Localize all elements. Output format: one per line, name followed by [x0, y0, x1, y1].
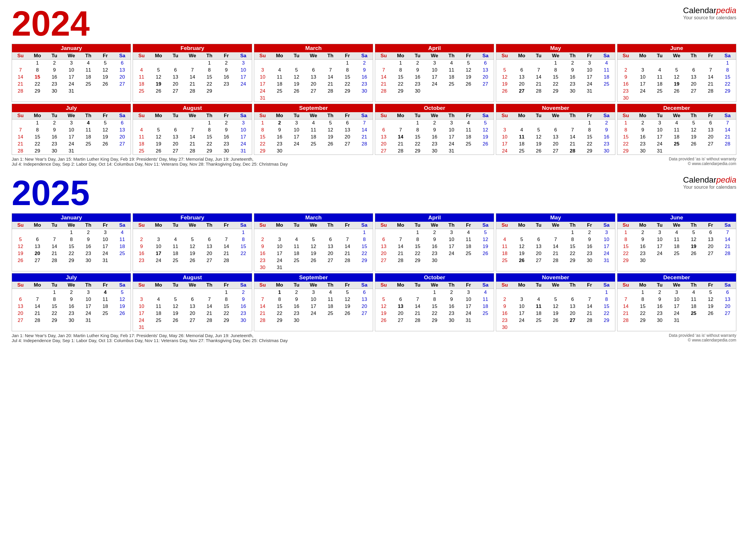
jul-2025: July SuMoTuWeThFrSa 12345 6789101112 131…: [12, 273, 131, 331]
may-2025: May SuMoTuWeThFrSa 123 45678910 11121314…: [496, 213, 615, 272]
2024-footnotes: Jan 1: New Year's Day, Jan 15: Martin Lu…: [12, 157, 736, 166]
2025-footnotes: Jan 1: New Year's Day, Jan 20: Martin Lu…: [12, 333, 736, 343]
oct-2024: October SuMoTuWeThFrSa 12345 6789101112 …: [375, 104, 494, 155]
jul-2024: July SuMoTuWeThFrSa 123456 78910111213 1…: [12, 104, 131, 155]
nov-2025: November SuMoTuWeThFrSa 1 2345678 910111…: [496, 273, 615, 331]
aug-2025: August SuMoTuWeThFrSa 12 3456789 1011121…: [133, 273, 252, 331]
2024-bottom-months: July SuMoTuWeThFrSa 123456 78910111213 1…: [12, 104, 736, 155]
apr-2024: April SuMoTuWeThFrSa 123456 78910111213 …: [375, 44, 494, 102]
oct-2025: October SuMoTuWeThFrSa 1234 567891011 12…: [375, 273, 494, 331]
jan-2024: January SuMoTuWeThFrSa 123456 7891011121…: [12, 44, 131, 102]
jun-2025: June SuMoTuWeThFrSa 1234567 891011121314…: [617, 213, 736, 272]
2024-top-months: January SuMoTuWeThFrSa 123456 7891011121…: [12, 44, 736, 102]
brand-2024: Calendarpedia Your source for calendars: [683, 6, 736, 20]
year-2025-title: 2025: [12, 175, 736, 210]
jun-2024: June SuMoTuWeThFrSa 1 2345678 9101112131…: [617, 44, 736, 102]
aug-2024: August SuMoTuWeThFrSa 123 45678910 11121…: [133, 104, 252, 155]
feb-2025: February SuMoTuWeThFrSa 1 2345678 910111…: [133, 213, 252, 272]
mar-2025: March SuMoTuWeThFrSa 1 2345678 910111213…: [254, 213, 373, 272]
apr-2025: April SuMoTuWeThFrSa 12345 6789101112 13…: [375, 213, 494, 272]
sep-2025: September SuMoTuWeThFrSa 123456 78910111…: [254, 273, 373, 331]
jan-2025: January SuMoTuWeThFrSa 1234 567891011 12…: [12, 213, 131, 272]
brand-2025: Calendarpedia Your source for calendars: [683, 175, 736, 190]
mar-2024: March SuMoTuWeThFrSa 12 3456789 10111213…: [254, 44, 373, 102]
nov-2024: November SuMoTuWeThFrSa 12 3456789 10111…: [496, 104, 615, 155]
feb-2024: February SuMoTuWeThFrSa 123 45678910 111…: [133, 44, 252, 102]
dec-2025: December SuMoTuWeThFrSa 123456 789101112…: [617, 273, 736, 331]
2025-bottom-months: July SuMoTuWeThFrSa 12345 6789101112 131…: [12, 273, 736, 331]
dec-2024: December SuMoTuWeThFrSa 1234567 89101112…: [617, 104, 736, 155]
year-2024-title: 2024: [12, 6, 736, 41]
may-2024: May SuMoTuWeThFrSa 1234 567891011 121314…: [496, 44, 615, 102]
sep-2024: September SuMoTuWeThFrSa 1234567 8910111…: [254, 104, 373, 155]
2025-top-months: January SuMoTuWeThFrSa 1234 567891011 12…: [12, 213, 736, 272]
